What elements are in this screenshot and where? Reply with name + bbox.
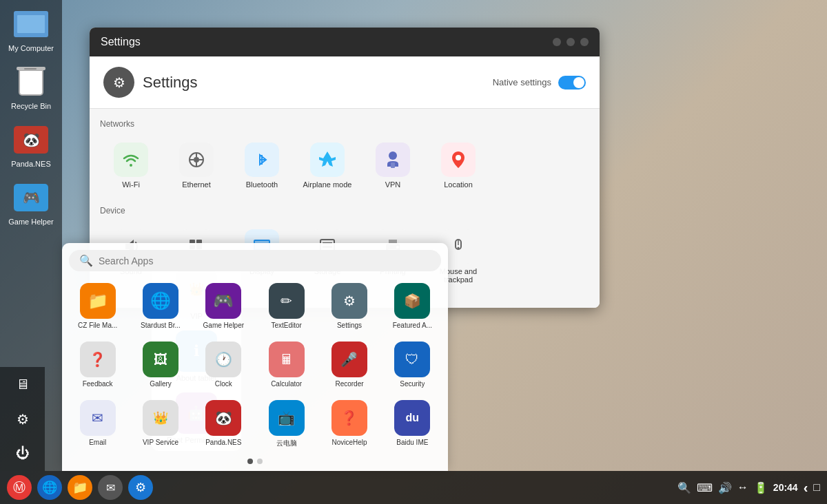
app-featured[interactable]: 📦 Featured A... [384, 280, 441, 333]
app-stardust-browser[interactable]: 🌐 Stardust Br... [132, 280, 189, 333]
game-helper-label: Game Helper [8, 218, 53, 226]
app-game-helper-label: Game Helper [203, 322, 244, 329]
vpn-label: VPN [385, 180, 401, 189]
app-panda-nes[interactable]: 🐼 Panda.NES [195, 397, 252, 452]
app-cz-label: CZ File Ma... [78, 322, 117, 329]
svg-point-25 [458, 247, 460, 249]
minimize-button[interactable] [553, 38, 561, 46]
gear-icon[interactable]: ⚙ [10, 407, 34, 431]
app-calculator[interactable]: 🖩 Calculator [258, 338, 315, 391]
dot-2[interactable] [257, 459, 263, 464]
maximize-button[interactable] [566, 38, 575, 46]
search-icon: 🔍 [79, 254, 93, 267]
app-game-helper[interactable]: 🎮 Game Helper [195, 280, 252, 333]
app-vip-service[interactable]: 👑 VIP Service [132, 397, 189, 452]
app-clock-label: Clock [215, 380, 232, 388]
app-feedback[interactable]: ❓ Feedback [69, 338, 126, 391]
app-recorder-label: Recorder [335, 380, 363, 388]
recycle-bin-label: Recycle Bin [11, 102, 51, 110]
device-section-title: Device [100, 206, 589, 216]
app-baidu-label: Baidu IME [396, 439, 428, 446]
taskbar-volume-icon[interactable]: 🔊 [718, 481, 732, 494]
app-feedback-label: Feedback [83, 380, 113, 388]
taskbar-battery-icon[interactable]: 🔋 [754, 481, 768, 494]
taskbar-search-icon[interactable]: 🔍 [677, 481, 691, 494]
app-clock[interactable]: 🕐 Clock [195, 338, 252, 391]
taskbar-time: 20:44 [773, 482, 798, 493]
dot-1[interactable] [247, 459, 253, 464]
app-settings[interactable]: ⚙ Settings [320, 280, 378, 333]
taskbar-left: Ⓜ 🌐 📁 ✉ ⚙ [7, 475, 153, 500]
search-input[interactable] [99, 255, 431, 266]
sidebar-item-game-helper[interactable]: 🎮 Game Helper [2, 177, 61, 229]
app-text-editor-label: TextEditor [271, 322, 301, 329]
taskbar-motorola[interactable]: Ⓜ [7, 475, 32, 500]
taskbar-settings[interactable]: ⚙ [128, 475, 153, 500]
bluetooth-label: Bluetooth [246, 180, 278, 189]
settings-header: ⚙ Settings Native settings [90, 56, 600, 109]
ethernet-label: Ethernet [182, 180, 211, 189]
settings-vpn[interactable]: VPN [362, 136, 424, 196]
airplane-label: Airplane mode [303, 180, 352, 189]
apps-grid: 📁 CZ File Ma... 🌐 Stardust Br... 🎮 Game … [69, 280, 441, 452]
settings-airplane[interactable]: Airplane mode [296, 136, 358, 196]
app-gallery[interactable]: 🖼 Gallery [132, 338, 189, 391]
svg-point-1 [194, 157, 199, 162]
networks-grid: Wi-Fi Ethernet Bluetooth [100, 136, 589, 196]
taskbar-home-icon[interactable]: □ [813, 481, 820, 494]
taskbar-folder[interactable]: 📁 [68, 475, 92, 500]
app-email-label: Email [89, 439, 106, 446]
panda-nes-label: Panda.NES [11, 160, 50, 168]
settings-titlebar-text: Settings [101, 36, 141, 48]
taskbar-globe[interactable]: 🌐 [37, 475, 62, 500]
svg-rect-7 [391, 162, 395, 168]
location-label: Location [444, 180, 473, 189]
app-email[interactable]: ✉ Email [69, 397, 126, 452]
taskbar: Ⓜ 🌐 📁 ✉ ⚙ 🔍 ⌨ 🔊 ↔ 🔋 20:44 ‹ □ [0, 471, 827, 504]
app-drawer: 🔍 📁 CZ File Ma... 🌐 Stardust Br... 🎮 Gam… [62, 243, 448, 471]
app-security-label: Security [400, 380, 425, 388]
settings-location[interactable]: Location [427, 136, 489, 196]
taskbar-network-icon[interactable]: ↔ [737, 481, 748, 494]
sidebar-item-my-computer[interactable]: My Computer [2, 3, 61, 56]
settings-app-icon: ⚙ [103, 67, 134, 98]
taskbar-back-icon[interactable]: ‹ [804, 480, 808, 496]
app-stardust-label: Stardust Br... [141, 322, 181, 329]
desktop: My Computer Recycle Bin 🐼 Panda.NES [0, 0, 827, 504]
app-novice-help-label: NoviceHelp [331, 439, 367, 446]
svg-point-6 [389, 151, 397, 160]
networks-section-title: Networks [100, 119, 589, 129]
app-cz-file-manager[interactable]: 📁 CZ File Ma... [69, 280, 126, 333]
app-text-editor[interactable]: ✏ TextEditor [258, 280, 315, 333]
app-security[interactable]: 🛡 Security [384, 338, 441, 391]
app-gallery-label: Gallery [150, 380, 172, 388]
settings-title: Settings [143, 74, 198, 92]
app-calculator-label: Calculator [271, 380, 302, 388]
close-button[interactable] [580, 38, 589, 46]
settings-wifi[interactable]: Wi-Fi [100, 136, 162, 196]
native-settings-label: Native settings [493, 77, 551, 87]
sidebar-item-panda-nes[interactable]: 🐼 Panda.NES [2, 119, 61, 171]
app-cloud-tv[interactable]: 📺 云电脑 [258, 397, 315, 452]
wifi-label: Wi-Fi [122, 180, 140, 189]
taskbar-keyboard-icon[interactable]: ⌨ [697, 481, 713, 494]
settings-bluetooth[interactable]: Bluetooth [231, 136, 293, 196]
svg-point-8 [456, 155, 461, 160]
app-cloud-tv-label: 云电脑 [276, 439, 297, 448]
taskbar-mail[interactable]: ✉ [98, 475, 123, 500]
search-bar: 🔍 [69, 250, 441, 271]
my-computer-label: My Computer [8, 44, 54, 52]
app-settings-label: Settings [337, 322, 362, 329]
app-novice-help[interactable]: ❓ NoviceHelp [320, 397, 378, 452]
monitor-icon[interactable]: 🖥 [10, 372, 34, 397]
settings-ethernet[interactable]: Ethernet [165, 136, 227, 196]
app-panda-nes-label: Panda.NES [205, 439, 241, 446]
taskbar-right: 🔍 ⌨ 🔊 ↔ 🔋 20:44 ‹ □ [677, 480, 820, 496]
sidebar-bottom: 🖥 ⚙ ⏻ [0, 367, 45, 471]
native-settings-toggle[interactable] [558, 76, 586, 90]
app-featured-label: Featured A... [393, 322, 432, 329]
sidebar-item-recycle-bin[interactable]: Recycle Bin [2, 61, 61, 114]
app-baidu-ime[interactable]: du Baidu IME [384, 397, 441, 452]
power-icon[interactable]: ⏻ [10, 441, 34, 465]
app-recorder[interactable]: 🎤 Recorder [320, 338, 378, 391]
